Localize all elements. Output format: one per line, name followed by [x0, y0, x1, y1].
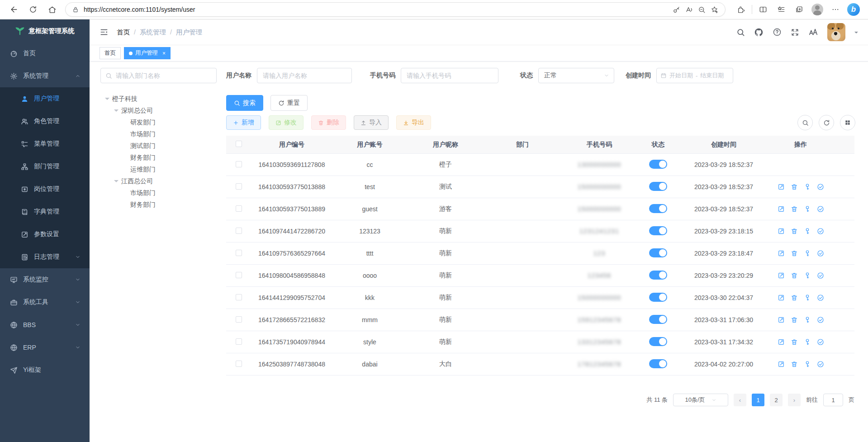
- sidebar-collapse-icon[interactable]: [100, 28, 109, 37]
- row-assign-role-icon[interactable]: [817, 338, 824, 346]
- row-assign-role-icon[interactable]: [817, 205, 824, 213]
- status-toggle[interactable]: [649, 359, 667, 368]
- font-size-icon[interactable]: [808, 27, 818, 37]
- tree-node[interactable]: 测试部门: [100, 140, 226, 152]
- row-edit-icon[interactable]: [778, 316, 785, 323]
- sidebar-item-post-management[interactable]: 岗位管理: [0, 178, 90, 200]
- status-toggle[interactable]: [649, 271, 667, 280]
- sidebar-item-bbs[interactable]: BBS: [0, 314, 90, 336]
- page-button-2[interactable]: 2: [770, 394, 783, 406]
- row-checkbox[interactable]: [236, 361, 242, 367]
- tree-node[interactable]: 市场部门: [100, 128, 226, 140]
- sidebar-item-home[interactable]: 首页: [0, 42, 90, 65]
- tag-close-icon[interactable]: ×: [162, 50, 166, 57]
- phone-input[interactable]: [401, 68, 498, 83]
- date-range-picker[interactable]: 开始日期 - 结束日期: [656, 68, 733, 83]
- row-checkbox[interactable]: [236, 316, 242, 323]
- row-reset-password-icon[interactable]: [804, 272, 811, 279]
- row-checkbox[interactable]: [236, 338, 242, 345]
- breadcrumb-home[interactable]: 首页: [117, 28, 130, 37]
- status-toggle[interactable]: [649, 226, 667, 235]
- sidebar-item-system-management[interactable]: 系统管理: [0, 65, 90, 87]
- delete-button[interactable]: 删除: [311, 115, 346, 130]
- help-icon[interactable]: [773, 28, 782, 37]
- row-assign-role-icon[interactable]: [817, 294, 824, 301]
- row-assign-role-icon[interactable]: [817, 272, 824, 279]
- row-reset-password-icon[interactable]: [804, 338, 811, 346]
- row-reset-password-icon[interactable]: [804, 183, 811, 190]
- row-delete-icon[interactable]: [791, 338, 798, 346]
- row-checkbox[interactable]: [236, 294, 242, 300]
- caret-down-icon[interactable]: [105, 98, 109, 102]
- tree-node[interactable]: 深圳总公司: [100, 105, 226, 117]
- row-edit-icon[interactable]: [778, 338, 785, 346]
- column-settings-button[interactable]: [840, 115, 855, 130]
- sidebar-item-menu-management[interactable]: 菜单管理: [0, 133, 90, 155]
- sidebar-item-system-tools[interactable]: 系统工具: [0, 291, 90, 314]
- status-toggle[interactable]: [649, 293, 667, 302]
- browser-back-button[interactable]: [6, 2, 22, 17]
- tree-node[interactable]: 财务部门: [100, 152, 226, 164]
- refresh-table-button[interactable]: [819, 115, 834, 130]
- next-page-button[interactable]: ›: [788, 394, 801, 406]
- row-assign-role-icon[interactable]: [817, 183, 824, 190]
- status-toggle[interactable]: [649, 182, 667, 191]
- row-checkbox[interactable]: [236, 272, 242, 278]
- url-text[interactable]: https://ccnetcore.com:1101/system/user: [84, 6, 670, 13]
- sidebar-item-role-management[interactable]: 角色管理: [0, 110, 90, 133]
- tree-node[interactable]: 运维部门: [100, 164, 226, 176]
- tree-node[interactable]: 橙子科技: [100, 93, 226, 105]
- caret-down-icon[interactable]: [114, 180, 119, 185]
- tree-node[interactable]: 江西总公司: [100, 176, 226, 187]
- split-screen-icon[interactable]: [755, 2, 771, 17]
- avatar-caret-icon[interactable]: [854, 32, 858, 35]
- row-delete-icon[interactable]: [791, 183, 798, 190]
- bing-chat-icon[interactable]: b: [847, 3, 860, 16]
- username-input[interactable]: [257, 68, 352, 83]
- show-search-toggle-button[interactable]: [797, 115, 813, 130]
- row-delete-icon[interactable]: [791, 205, 798, 213]
- export-button[interactable]: 导出: [396, 115, 431, 130]
- browser-refresh-button[interactable]: [25, 2, 41, 17]
- date-end-placeholder[interactable]: 结束日期: [700, 71, 724, 80]
- row-checkbox[interactable]: [236, 183, 242, 190]
- row-reset-password-icon[interactable]: [804, 205, 811, 213]
- browser-home-button[interactable]: [44, 2, 60, 17]
- page-size-select[interactable]: 10条/页: [673, 394, 728, 406]
- sidebar-item-param-settings[interactable]: 参数设置: [0, 223, 90, 246]
- search-button[interactable]: 搜索: [226, 95, 263, 111]
- read-aloud-icon[interactable]: [683, 3, 695, 16]
- row-assign-role-icon[interactable]: [817, 250, 824, 257]
- department-search-input[interactable]: [116, 72, 212, 79]
- status-select[interactable]: 正常: [538, 68, 614, 83]
- sidebar-item-yi-framework[interactable]: Yi框架: [0, 359, 90, 381]
- row-delete-icon[interactable]: [791, 250, 798, 257]
- sidebar-item-dept-management[interactable]: 部门管理: [0, 155, 90, 178]
- password-key-icon[interactable]: [670, 3, 683, 16]
- sidebar-item-erp[interactable]: ERP: [0, 336, 90, 359]
- fullscreen-icon[interactable]: [791, 28, 799, 37]
- caret-down-icon[interactable]: [114, 109, 119, 114]
- header-search-icon[interactable]: [736, 28, 745, 37]
- tag-home[interactable]: 首页: [100, 47, 121, 59]
- row-delete-icon[interactable]: [791, 228, 798, 235]
- department-search-box[interactable]: [100, 68, 217, 83]
- row-checkbox[interactable]: [236, 205, 242, 212]
- import-button[interactable]: 导入: [354, 115, 389, 130]
- sidebar-item-dict-management[interactable]: 字典管理: [0, 200, 90, 223]
- favorite-star-icon[interactable]: [708, 3, 721, 16]
- sidebar-item-system-monitor[interactable]: 系统监控: [0, 268, 90, 291]
- row-reset-password-icon[interactable]: [804, 294, 811, 301]
- collections-icon[interactable]: [792, 2, 807, 17]
- date-start-placeholder[interactable]: 开始日期: [669, 71, 693, 80]
- row-edit-icon[interactable]: [778, 272, 785, 279]
- row-assign-role-icon[interactable]: [817, 316, 824, 323]
- tree-node[interactable]: 市场部门: [100, 187, 226, 199]
- user-avatar[interactable]: [827, 23, 845, 41]
- row-reset-password-icon[interactable]: [804, 316, 811, 323]
- add-button[interactable]: 新增: [226, 115, 261, 130]
- row-reset-password-icon[interactable]: [804, 361, 811, 368]
- browser-menu-icon[interactable]: [828, 2, 843, 17]
- row-assign-role-icon[interactable]: [817, 361, 824, 368]
- address-bar[interactable]: https://ccnetcore.com:1101/system/user: [65, 2, 726, 17]
